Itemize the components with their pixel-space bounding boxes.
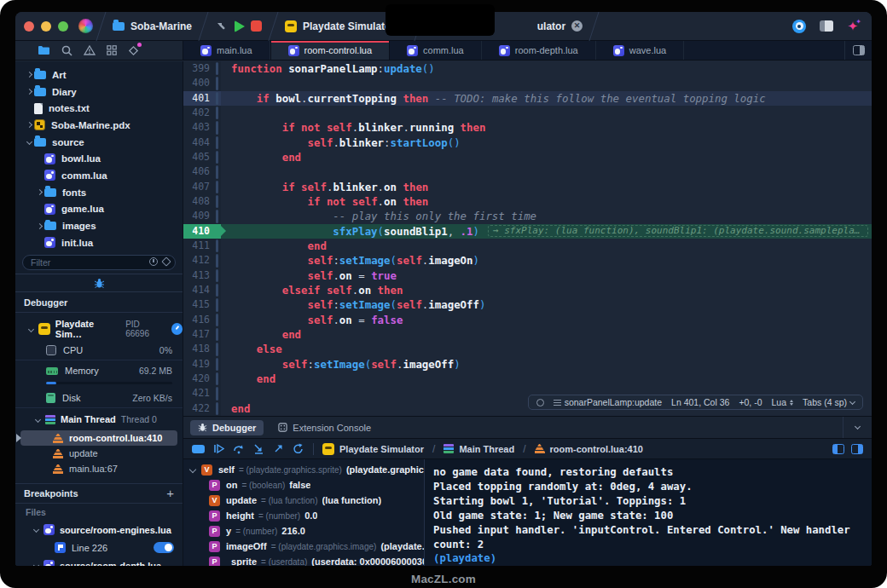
gutter-cell[interactable]: 399 bbox=[183, 61, 221, 76]
show-right-panel-icon[interactable] bbox=[851, 444, 863, 454]
gutter-cell[interactable]: 421 bbox=[183, 386, 221, 401]
breadcrumb-thread[interactable]: Main Thread bbox=[444, 444, 514, 454]
tree-item-source[interactable]: source bbox=[15, 134, 183, 151]
add-breakpoint-button[interactable]: + bbox=[166, 483, 174, 504]
gutter-cell[interactable]: 407 bbox=[183, 180, 221, 194]
indent-selector[interactable]: Tabs (4 sp) bbox=[803, 397, 855, 407]
run-button[interactable] bbox=[235, 20, 245, 32]
variable-row-imageOff[interactable]: PimageOff= (playdate.graphics.image)(pla… bbox=[183, 539, 424, 554]
gutter-cell[interactable]: 410 bbox=[183, 224, 221, 239]
stack-frame-update[interactable]: update bbox=[15, 446, 183, 461]
gutter-cell[interactable]: 406 bbox=[183, 164, 221, 179]
gutter-cell[interactable]: 414 bbox=[183, 283, 221, 297]
tab-extension-console[interactable]: Extension Console bbox=[270, 420, 379, 435]
sparkles-icon[interactable]: ✦ bbox=[847, 20, 858, 32]
chevron-down-icon[interactable] bbox=[855, 424, 861, 429]
files-sidebar-icon[interactable] bbox=[38, 45, 50, 55]
sidebar-toggle-icon[interactable] bbox=[820, 20, 833, 32]
gutter-cell[interactable]: 416 bbox=[183, 313, 221, 327]
minimize-window-button[interactable] bbox=[41, 21, 51, 32]
tree-item-init-lua[interactable]: init.lua bbox=[15, 234, 183, 251]
pause-button[interactable] bbox=[192, 445, 205, 453]
tree-item-images[interactable]: images bbox=[15, 217, 183, 234]
tree-item-game-lua[interactable]: game.lua bbox=[15, 201, 183, 218]
extensions-icon[interactable] bbox=[128, 45, 139, 56]
gutter-cell[interactable]: 411 bbox=[183, 239, 221, 253]
gutter-cell[interactable]: 413 bbox=[183, 268, 221, 283]
step-in-button[interactable] bbox=[253, 443, 264, 454]
tree-item-label: fonts bbox=[62, 187, 86, 198]
breakpoint-Line-226[interactable]: Line 226 bbox=[15, 539, 183, 556]
line-number: 408 bbox=[183, 194, 214, 209]
continue-button[interactable] bbox=[213, 443, 224, 454]
gutter-cell[interactable]: 420 bbox=[183, 372, 221, 386]
editor-tab-wave-lua[interactable]: wave.lua bbox=[596, 41, 684, 60]
stack-frame-main-lua-67[interactable]: main.lua:67 bbox=[15, 461, 183, 476]
editor-tab-comm-lua[interactable]: comm.lua bbox=[390, 41, 482, 60]
console-output[interactable]: no game data found, restoring defaultsPl… bbox=[425, 459, 872, 566]
search-icon[interactable] bbox=[61, 45, 72, 56]
gutter-cell[interactable]: 400 bbox=[183, 76, 221, 90]
tree-item-bowl-lua[interactable]: bowl.lua bbox=[15, 150, 183, 167]
preview-eye-icon[interactable] bbox=[792, 20, 806, 33]
variable-row-update[interactable]: Vupdate= (lua function)(lua function) bbox=[183, 493, 424, 508]
variable-row-y[interactable]: Py= (number)216.0 bbox=[183, 523, 424, 539]
gutter-cell[interactable]: 418 bbox=[183, 342, 221, 356]
language-selector[interactable]: Lua bbox=[772, 397, 794, 407]
gauge-icon[interactable] bbox=[171, 323, 183, 335]
issues-warning-icon[interactable] bbox=[84, 45, 96, 55]
variable-row-_sprite[interactable]: P_sprite= (userdata)(userdata: 0x0000600… bbox=[183, 554, 424, 566]
tree-item-Soba-Marine-pdx[interactable]: Soba-Marine.pdx bbox=[15, 117, 183, 134]
breadcrumb-process[interactable]: Playdate Simulator bbox=[322, 443, 424, 455]
close-tab-icon[interactable]: ✕ bbox=[571, 20, 583, 32]
breadcrumb-frame[interactable]: room-control.lua:410 bbox=[535, 444, 643, 454]
tab-debugger[interactable]: Debugger bbox=[190, 420, 264, 435]
tree-item-Art[interactable]: Art bbox=[15, 66, 183, 84]
gutter-cell[interactable]: 402 bbox=[183, 106, 221, 120]
cursor-position[interactable]: Ln 401, Col 36 bbox=[671, 397, 729, 407]
project-name[interactable]: Soba-Marine bbox=[109, 20, 195, 32]
build-button[interactable] bbox=[215, 20, 229, 33]
debug-process-row[interactable]: Playdate Sim… PID 66696 bbox=[15, 318, 183, 340]
variable-row-on[interactable]: Pon= (boolean)false bbox=[183, 477, 424, 493]
breakpoint-file-source-room-depth-lua[interactable]: source/room-depth.lua bbox=[15, 556, 183, 566]
editor-tab-room-depth-lua[interactable]: room-depth.lua bbox=[482, 41, 596, 60]
tree-item-fonts[interactable]: fonts bbox=[15, 184, 183, 201]
stack-frame-room-control-lua-410[interactable]: room-control.lua:410 bbox=[20, 430, 177, 446]
stop-button[interactable] bbox=[251, 20, 262, 32]
restart-button[interactable] bbox=[293, 443, 304, 454]
step-out-button[interactable] bbox=[273, 443, 284, 454]
current-symbol[interactable]: sonarPanelLamp:update bbox=[554, 397, 662, 407]
variable-row-height[interactable]: Pheight= (number)0.0 bbox=[183, 508, 424, 523]
variable-row-self[interactable]: Vself= (playdate.graphics.sprite)(playda… bbox=[183, 462, 424, 477]
gutter-cell[interactable]: 419 bbox=[183, 357, 221, 372]
filter-options-icon[interactable] bbox=[161, 257, 171, 266]
editor-tab-room-control-lua[interactable]: room-control.lua bbox=[270, 41, 390, 60]
gutter-cell[interactable]: 403 bbox=[183, 120, 221, 135]
tree-item-comm-lua[interactable]: comm.lua bbox=[15, 167, 183, 184]
split-editor-icon[interactable] bbox=[853, 45, 865, 55]
gutter-cell[interactable]: 404 bbox=[183, 135, 221, 150]
code-editor[interactable]: 399function sonarPanelLamp:update()40040… bbox=[183, 61, 872, 416]
close-window-button[interactable] bbox=[24, 21, 34, 32]
gutter-cell[interactable]: 409 bbox=[183, 209, 221, 223]
zoom-window-button[interactable] bbox=[58, 21, 68, 32]
gutter-cell[interactable]: 412 bbox=[183, 253, 221, 268]
symbols-grid-icon[interactable] bbox=[107, 45, 117, 55]
thread-row[interactable]: Main Thread Thread 0 bbox=[15, 410, 183, 429]
gutter-cell[interactable]: 417 bbox=[183, 327, 221, 342]
variables-panel[interactable]: Vself= (playdate.graphics.sprite)(playda… bbox=[183, 459, 425, 566]
gutter-cell[interactable]: 415 bbox=[183, 297, 221, 312]
gutter-cell[interactable]: 408 bbox=[183, 194, 221, 209]
gutter-cell[interactable]: 405 bbox=[183, 150, 221, 164]
gutter-cell[interactable]: 401 bbox=[183, 91, 221, 106]
breakpoint-file-source-room-engines-lua[interactable]: source/room-engines.lua bbox=[15, 521, 183, 539]
breakpoint-toggle[interactable] bbox=[154, 542, 174, 553]
recent-clock-icon[interactable] bbox=[149, 257, 158, 266]
show-left-panel-icon[interactable] bbox=[832, 444, 844, 454]
editor-tab-main-lua[interactable]: main.lua bbox=[183, 41, 270, 60]
gutter-cell[interactable]: 422 bbox=[183, 401, 221, 416]
tree-item-Diary[interactable]: Diary bbox=[15, 84, 183, 101]
step-over-button[interactable] bbox=[233, 443, 245, 454]
tree-item-notes-txt[interactable]: notes.txt bbox=[15, 100, 183, 117]
